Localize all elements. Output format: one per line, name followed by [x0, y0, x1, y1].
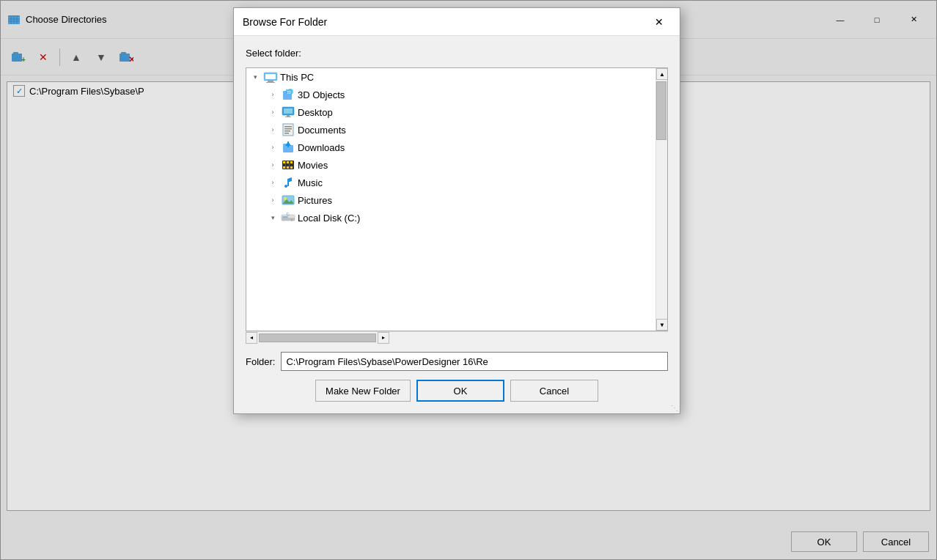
svg-rect-29	[284, 130, 290, 132]
svg-point-47	[284, 197, 287, 200]
tree-item-movies[interactable]: › Movie	[246, 156, 655, 174]
svg-rect-14	[265, 74, 276, 79]
downloads-label: Downloads	[298, 142, 345, 153]
h-scroll-right-button[interactable]: ▸	[378, 332, 389, 344]
dialog-buttons: Make New Folder OK Cancel	[246, 380, 668, 402]
svg-rect-38	[287, 161, 289, 163]
tree-item-documents[interactable]: › Documents	[246, 121, 655, 139]
folder-tree: ▾ This PC ›	[246, 68, 655, 331]
expand-this-pc[interactable]: ▾	[249, 71, 261, 83]
local-disk-icon: C:	[280, 211, 296, 224]
expand-movies[interactable]: ›	[267, 159, 279, 171]
expand-music[interactable]: ›	[267, 177, 279, 188]
resize-grip[interactable]: ⋱	[671, 404, 678, 412]
tree-item-music[interactable]: › Music	[246, 174, 655, 191]
3d-objects-icon: 3D	[280, 88, 296, 101]
svg-text:3D: 3D	[287, 90, 292, 95]
desktop-icon	[280, 106, 296, 119]
scroll-down-button[interactable]: ▼	[656, 319, 668, 331]
dialog-body: Select folder: ▾ This PC	[234, 36, 680, 413]
svg-rect-40	[283, 166, 285, 169]
svg-rect-26	[283, 124, 293, 136]
local-disk-label: Local Disk (C:)	[298, 213, 360, 224]
make-new-folder-button[interactable]: Make New Folder	[315, 380, 411, 402]
svg-rect-24	[287, 115, 290, 117]
tree-item-3d-objects[interactable]: › 3D 3D Objects	[246, 86, 655, 103]
expand-local-disk[interactable]: ▾	[267, 212, 279, 224]
browse-for-folder-dialog: Browse For Folder ✕ Select folder: ▾	[233, 7, 680, 414]
svg-rect-43	[285, 161, 286, 169]
svg-rect-39	[290, 161, 293, 163]
folder-row: Folder:	[246, 352, 668, 371]
expand-pictures[interactable]: ›	[267, 194, 279, 206]
music-label: Music	[298, 177, 323, 188]
documents-icon	[280, 123, 296, 136]
h-scrollbar: ◂ ▸	[246, 331, 668, 343]
dialog-title: Browse For Folder	[243, 16, 647, 28]
cancel-button[interactable]: Cancel	[510, 380, 598, 402]
folder-input[interactable]	[281, 352, 668, 371]
ok-button[interactable]: OK	[416, 380, 504, 402]
tree-item-downloads[interactable]: › Downloads	[246, 139, 655, 156]
tree-item-local-disk[interactable]: ▾ C: Local Disk (C:)	[246, 209, 655, 226]
downloads-icon	[280, 141, 296, 154]
folder-label: Folder:	[246, 356, 275, 367]
desktop-label: Desktop	[298, 107, 333, 118]
svg-rect-53	[282, 216, 288, 218]
tree-item-pictures[interactable]: › Pictures	[246, 191, 655, 209]
svg-rect-41	[287, 166, 289, 169]
documents-label: Documents	[298, 125, 346, 136]
svg-rect-16	[266, 82, 275, 83]
movies-label: Movies	[298, 160, 328, 171]
svg-rect-28	[284, 128, 292, 130]
expand-desktop[interactable]: ›	[267, 106, 279, 118]
expand-documents[interactable]: ›	[267, 124, 279, 136]
music-icon	[280, 176, 296, 189]
svg-text:C:: C:	[287, 212, 290, 216]
expand-downloads[interactable]: ›	[267, 141, 279, 153]
scroll-up-button[interactable]: ▲	[656, 68, 668, 80]
scroll-thumb[interactable]	[656, 81, 666, 140]
svg-rect-30	[284, 133, 289, 134]
dialog-close-button[interactable]: ✕	[647, 12, 671, 32]
movies-icon	[280, 158, 296, 172]
this-pc-label: This PC	[280, 72, 314, 83]
svg-rect-42	[290, 166, 293, 169]
3d-objects-label: 3D Objects	[298, 89, 345, 100]
dialog-titlebar: Browse For Folder ✕	[234, 8, 680, 36]
svg-rect-23	[284, 108, 293, 114]
tree-scrollbar: ▲ ▼	[655, 68, 667, 331]
svg-rect-44	[289, 161, 290, 169]
h-scroll-thumb[interactable]	[259, 334, 376, 342]
pictures-icon	[280, 194, 296, 207]
expand-3d-objects[interactable]: ›	[267, 89, 279, 100]
tree-item-desktop[interactable]: › Desktop	[246, 103, 655, 121]
svg-rect-27	[284, 126, 292, 128]
svg-point-52	[291, 219, 293, 221]
svg-rect-37	[283, 161, 285, 163]
select-folder-label: Select folder:	[246, 48, 668, 59]
pictures-label: Pictures	[298, 195, 332, 206]
tree-item-this-pc[interactable]: ▾ This PC	[246, 68, 655, 86]
h-scroll-left-button[interactable]: ◂	[246, 332, 257, 344]
folder-tree-container: ▾ This PC ›	[246, 67, 668, 331]
this-pc-icon	[262, 70, 279, 84]
svg-rect-25	[285, 117, 291, 117]
svg-rect-15	[268, 81, 273, 82]
